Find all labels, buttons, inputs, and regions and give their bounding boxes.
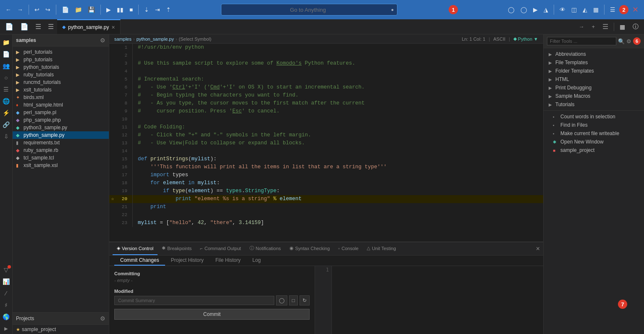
chart-icon[interactable]: 📊 bbox=[1, 276, 12, 287]
tab-syntax-checking[interactable]: ◉ Syntax Checking bbox=[285, 242, 334, 255]
breadcrumb-file[interactable]: python_sample.py bbox=[137, 37, 174, 42]
tab-close-button[interactable]: × bbox=[111, 24, 115, 31]
toolbox-group-html[interactable]: ▶ HTML bbox=[544, 75, 644, 84]
commit-button[interactable]: Commit bbox=[114, 309, 310, 320]
tab-unit-testing[interactable]: △ Unit Testing bbox=[363, 242, 400, 255]
play-record-button[interactable]: ▶ bbox=[531, 5, 540, 15]
toolbox-item-open-new-window[interactable]: ✱ Open New Window bbox=[544, 138, 644, 146]
add-pane-button[interactable]: + bbox=[589, 22, 597, 31]
toolbox-search-button[interactable]: 🔍 bbox=[618, 38, 625, 44]
globe-icon[interactable]: 🌐 bbox=[1, 96, 12, 107]
tree-item-runcmd-tutorials[interactable]: ▶ runcmd_tutorials bbox=[13, 78, 109, 86]
pane-options-button[interactable]: ☰ bbox=[600, 21, 610, 32]
layout2-button[interactable]: ◭ bbox=[581, 5, 589, 15]
new-file-icon[interactable]: 📄 bbox=[1, 49, 12, 60]
tab-breakpoints[interactable]: ✱ Breakpoints bbox=[158, 242, 196, 255]
tree-item-ruby-tutorials[interactable]: ▶ ruby_tutorials bbox=[13, 71, 109, 78]
addon-icon[interactable]: ▽ bbox=[1, 264, 12, 275]
subtab-log[interactable]: Log bbox=[247, 256, 267, 266]
hash-icon[interactable]: ♯ bbox=[1, 300, 12, 311]
record-button[interactable]: ◯ bbox=[506, 5, 517, 15]
clone-tab-button[interactable]: 📄 bbox=[17, 19, 32, 34]
preview-button[interactable]: 👁 bbox=[557, 5, 568, 15]
menu-button[interactable]: ☰ bbox=[608, 5, 618, 15]
new-tab-button[interactable]: 📄 bbox=[2, 19, 17, 34]
info-button[interactable]: ⓘ bbox=[631, 21, 641, 32]
close-window-button[interactable]: ✕ bbox=[630, 3, 641, 16]
active-file-tab[interactable]: ◆ python_sample.py × bbox=[57, 19, 121, 34]
tree-item-perl-tutorials[interactable]: ▶ perl_tutorials bbox=[13, 48, 109, 56]
subtab-file-history[interactable]: File History bbox=[210, 256, 247, 266]
toolbox-search-input[interactable] bbox=[547, 37, 616, 45]
subtab-project-history[interactable]: Project History bbox=[165, 256, 210, 266]
subtab-commit-changes[interactable]: Commit Changes bbox=[114, 256, 165, 266]
commit-summary-input[interactable] bbox=[114, 296, 274, 305]
move-tab-button[interactable]: → bbox=[576, 22, 586, 31]
share-icon[interactable]: ⇩ bbox=[1, 131, 12, 142]
lightning-icon[interactable]: ⚡ bbox=[1, 107, 12, 118]
step-into-button[interactable]: ⇣ bbox=[142, 5, 151, 15]
toolbox-group-print-debugging[interactable]: ▶ Print Debugging bbox=[544, 84, 644, 92]
back-button[interactable]: ← bbox=[3, 5, 13, 15]
redo-button[interactable]: ↪ bbox=[43, 5, 53, 15]
pane-button[interactable]: ☰ bbox=[45, 19, 57, 34]
commit-clock-button[interactable]: ◯ bbox=[276, 295, 287, 305]
toolbox-item-make-writeable[interactable]: ▪ Make current file writeable bbox=[544, 129, 644, 138]
layout1-button[interactable]: ◫ bbox=[569, 5, 579, 15]
tree-item-html-sample[interactable]: ♦ html_sample.html bbox=[13, 101, 109, 109]
globe2-icon[interactable]: 🌎 bbox=[1, 311, 12, 322]
toolbox-group-tutorials[interactable]: ▶ Tutorials bbox=[544, 100, 644, 109]
tab-notifications[interactable]: ⓘ Notifications bbox=[245, 242, 285, 255]
tree-item-ruby-sample[interactable]: ◆ ruby_sample.rb bbox=[13, 146, 109, 154]
toolbox-group-abbreviations[interactable]: ▶ Abbreviations bbox=[544, 50, 644, 58]
project-item[interactable]: ★ sample_project bbox=[13, 325, 109, 334]
tree-item-python3-sample[interactable]: ◆ python3_sample.py bbox=[13, 124, 109, 131]
toolbox-group-folder-templates[interactable]: ▶ Folder Templates bbox=[544, 67, 644, 75]
explorer-gear-icon[interactable]: ⚙ bbox=[100, 37, 105, 44]
forward-button[interactable]: → bbox=[15, 5, 25, 15]
tree-item-requirements[interactable]: ▮ requirements.txt bbox=[13, 139, 109, 146]
commit-refresh-button[interactable]: ↻ bbox=[300, 295, 310, 305]
layout3-button[interactable]: ▦ bbox=[591, 5, 601, 15]
list-icon[interactable]: ☰ bbox=[1, 84, 12, 95]
breadcrumb-symbol[interactable]: (Select Symbol) bbox=[179, 37, 212, 42]
language-selector[interactable]: ◆ Python ▼ bbox=[513, 36, 538, 42]
extra-tab-button[interactable]: ☰ bbox=[32, 19, 45, 34]
toolbox-toggle-button[interactable]: ▦ bbox=[618, 22, 627, 32]
tree-item-perl-sample[interactable]: ◆ perl_sample.pl bbox=[13, 109, 109, 116]
tree-item-php-sample[interactable]: ◆ php_sample.php bbox=[13, 116, 109, 124]
toolbox-item-count-words[interactable]: ▪ Count words in selection bbox=[544, 112, 644, 121]
tree-item-xslt-sample[interactable]: ▮ xslt_sample.xsl bbox=[13, 162, 109, 169]
split-icon[interactable]: ○ bbox=[1, 72, 12, 83]
code-editor[interactable]: 1 #!/usr/bin/env python 2 3 # Use this s… bbox=[109, 44, 543, 242]
toolbox-group-file-templates[interactable]: ▶ File Templates bbox=[544, 58, 644, 67]
run-button[interactable]: ▶ bbox=[104, 5, 113, 15]
toolbox-settings-button[interactable]: ⚙ bbox=[626, 38, 631, 44]
toolbox-group-sample-macros[interactable]: ▶ Sample Macros bbox=[544, 92, 644, 100]
projects-gear-icon[interactable]: ⚙ bbox=[100, 315, 105, 322]
bottom-panel-close-button[interactable]: × bbox=[536, 245, 540, 253]
tree-item-python-tutorials[interactable]: ▶ python_tutorials bbox=[13, 63, 109, 71]
tree-item-birds-xml[interactable]: ✦ birds.xml bbox=[13, 94, 109, 101]
goto-anything-bar[interactable]: ● bbox=[221, 4, 397, 16]
file-explorer-icon[interactable]: 📁 bbox=[1, 37, 12, 48]
tab-version-control[interactable]: ◈ Version Control bbox=[113, 242, 158, 255]
toolbox-item-find-in-files[interactable]: ▪ Find in Files bbox=[544, 121, 644, 129]
team-icon[interactable]: 👥 bbox=[1, 60, 12, 71]
goto-anything-input[interactable] bbox=[225, 7, 391, 13]
tree-item-php-tutorials[interactable]: ▶ php_tutorials bbox=[13, 56, 109, 63]
save-button[interactable]: 💾 bbox=[86, 5, 97, 15]
graph-icon[interactable]: ∕ bbox=[1, 288, 12, 299]
tab-console[interactable]: ▫ Console bbox=[334, 242, 363, 255]
link-icon[interactable]: 🔗 bbox=[1, 119, 12, 130]
record2-button[interactable]: ◯ bbox=[518, 5, 529, 15]
step-over-button[interactable]: ⇥ bbox=[153, 5, 162, 15]
toolbox-item-sample-project[interactable]: ■ sample_project bbox=[544, 146, 644, 154]
tree-item-xslt-tutorials[interactable]: ▶ xslt_tutorials bbox=[13, 86, 109, 94]
tree-item-tcl-sample[interactable]: ◆ tcl_sample.tcl bbox=[13, 154, 109, 162]
open-button[interactable]: 📁 bbox=[73, 5, 84, 15]
breadcrumb-samples[interactable]: samples bbox=[114, 37, 131, 42]
commit-edit-button[interactable]: □ bbox=[289, 295, 298, 305]
macro-button[interactable]: ◮ bbox=[541, 5, 550, 15]
new-file-button[interactable]: 📄 bbox=[60, 5, 71, 15]
